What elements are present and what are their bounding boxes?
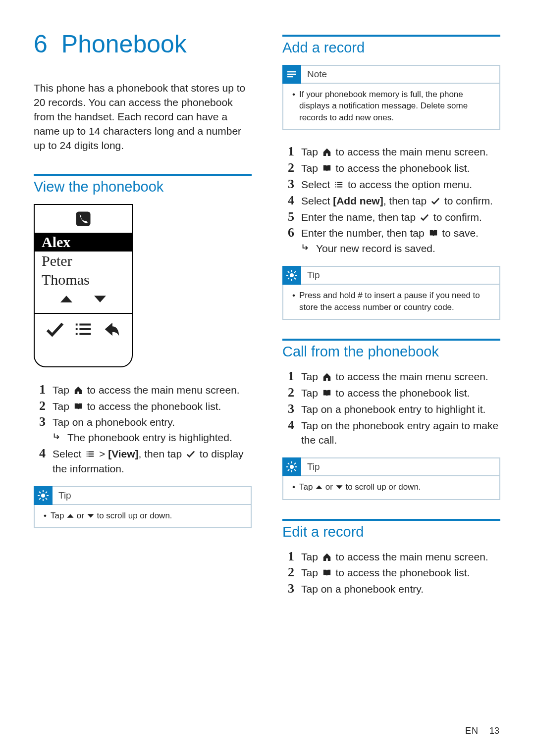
down-arrow-icon xyxy=(87,512,95,519)
step-number: 2 xyxy=(282,565,294,580)
footer-page: 13 xyxy=(489,726,499,736)
section-view: View the phonebook Alex Peter Thomas xyxy=(34,174,252,528)
tip-label: Tip xyxy=(307,461,320,472)
section-title-view: View the phonebook xyxy=(34,179,252,195)
tip-label: Tip xyxy=(58,490,71,501)
up-arrow-icon xyxy=(58,293,75,307)
home-icon xyxy=(322,148,332,156)
chapter-text: Phonebook xyxy=(61,30,187,58)
tip-label: Tip xyxy=(307,270,320,281)
section-rule xyxy=(282,519,500,521)
step-number: 1 xyxy=(282,369,294,384)
result-arrow-icon xyxy=(301,242,311,256)
tip-icon xyxy=(282,266,301,285)
check-icon xyxy=(420,213,429,222)
diagram-entry-selected: Alex xyxy=(35,233,132,252)
step-text: Enter the name, then tap to confirm. xyxy=(301,210,500,225)
phonebook-icon xyxy=(322,389,332,398)
up-arrow-icon xyxy=(315,484,323,491)
step-text: Select [Add new], then tap to confirm. xyxy=(301,194,500,208)
chapter-title: 6 Phonebook xyxy=(34,30,252,58)
step-text: Tap to access the phonebook list. xyxy=(53,399,252,414)
view-steps: 1 Tap to access the main menu screen. 2 … xyxy=(34,382,252,476)
tip-icon xyxy=(282,457,301,476)
step-text: Tap to access the main menu screen. xyxy=(301,369,500,384)
step-number: 3 xyxy=(282,581,294,596)
step-number: 5 xyxy=(282,209,294,224)
note-label: Note xyxy=(307,69,327,80)
home-icon xyxy=(73,386,83,395)
section-title-edit: Edit a record xyxy=(282,524,500,540)
intro-paragraph: This phone has a phonebook that stores u… xyxy=(34,81,252,153)
step-number: 2 xyxy=(282,385,294,400)
step-number: 3 xyxy=(34,414,46,429)
diagram-entry: Thomas xyxy=(35,270,132,289)
step-number: 4 xyxy=(282,418,294,433)
check-icon xyxy=(430,197,440,205)
section-title-add: Add a record xyxy=(282,40,500,56)
step-number: 3 xyxy=(282,177,294,192)
edit-steps: 1 Tap to access the main menu screen. 2 … xyxy=(282,549,500,597)
section-rule xyxy=(282,339,500,341)
phonebook-icon xyxy=(73,402,83,411)
tip-box: Tip Tap or to scroll up or down. xyxy=(34,486,252,528)
step-text: Tap to access the main menu screen. xyxy=(301,145,500,159)
step-text: Tap on a phonebook entry to highlight it… xyxy=(301,402,500,417)
step-text: Select to access the option menu. xyxy=(301,177,500,192)
section-edit: Edit a record 1 Tap to access the main m… xyxy=(282,519,500,597)
step-text: Tap to access the main menu screen. xyxy=(301,550,500,564)
tip-icon xyxy=(34,486,53,505)
step-text: Tap to access the phonebook list. xyxy=(301,161,500,176)
section-call: Call from the phonebook 1 Tap to access … xyxy=(282,339,500,500)
footer-lang: EN xyxy=(465,726,479,736)
list-icon xyxy=(73,320,94,341)
result-text: Your new record is saved. xyxy=(316,242,435,256)
step-number: 1 xyxy=(282,144,294,159)
list-icon xyxy=(334,180,344,189)
column-left: 6 Phonebook This phone has a phonebook t… xyxy=(34,30,252,615)
note-box: Note If your phonebook memory is full, t… xyxy=(282,65,500,130)
column-right: Add a record Note If your phonebook memo… xyxy=(282,30,500,615)
section-rule xyxy=(34,174,252,176)
step-text: Tap on a phonebook entry. xyxy=(301,582,500,597)
diagram-entry: Peter xyxy=(35,252,132,270)
add-steps: 1 Tap to access the main menu screen. 2 … xyxy=(282,144,500,256)
step-text: Tap to access the phonebook list. xyxy=(301,565,500,580)
tip-box: Tip Press and hold # to insert a pause i… xyxy=(282,266,500,320)
back-icon xyxy=(101,320,122,341)
phonebook-icon xyxy=(428,229,438,238)
step-text: Tap to access the phonebook list. xyxy=(301,386,500,401)
step-text: Tap on a phonebook entry. The phonebook … xyxy=(53,415,252,445)
phonebook-icon xyxy=(322,164,332,173)
step-number: 6 xyxy=(282,225,294,240)
tip-text: Tap or to scroll up or down. xyxy=(292,481,490,493)
step-text: Tap on the phonebook entry again to make… xyxy=(301,418,500,448)
step-number: 1 xyxy=(282,549,294,564)
step-number: 4 xyxy=(34,446,46,461)
step-number: 2 xyxy=(282,160,294,175)
note-text: If your phonebook memory is full, the ph… xyxy=(292,89,490,123)
step-number: 3 xyxy=(282,402,294,416)
section-add: Add a record Note If your phonebook memo… xyxy=(282,35,500,320)
section-title-call: Call from the phonebook xyxy=(282,344,500,360)
section-rule xyxy=(282,35,500,37)
diagram-header-icon xyxy=(35,205,132,233)
phone-diagram: Alex Peter Thomas xyxy=(34,204,133,367)
phonebook-icon xyxy=(322,568,332,577)
call-steps: 1 Tap to access the main menu screen. 2 … xyxy=(282,369,500,448)
step-number: 4 xyxy=(282,193,294,208)
tip-box: Tip Tap or to scroll up or down. xyxy=(282,457,500,500)
result-arrow-icon xyxy=(53,431,62,445)
check-icon xyxy=(186,450,196,458)
down-arrow-icon xyxy=(335,484,343,491)
down-arrow-icon xyxy=(92,293,108,307)
home-icon xyxy=(322,372,332,381)
note-icon xyxy=(282,65,301,84)
step-number: 1 xyxy=(34,382,46,397)
tip-text: Press and hold # to insert a pause if yo… xyxy=(292,290,490,313)
step-text: Select > [View], then tap to display the… xyxy=(53,447,252,476)
list-icon xyxy=(85,450,95,458)
home-icon xyxy=(322,553,332,561)
chapter-number: 6 xyxy=(34,30,48,58)
step-text: Enter the number, then tap to save. Your… xyxy=(301,226,500,256)
